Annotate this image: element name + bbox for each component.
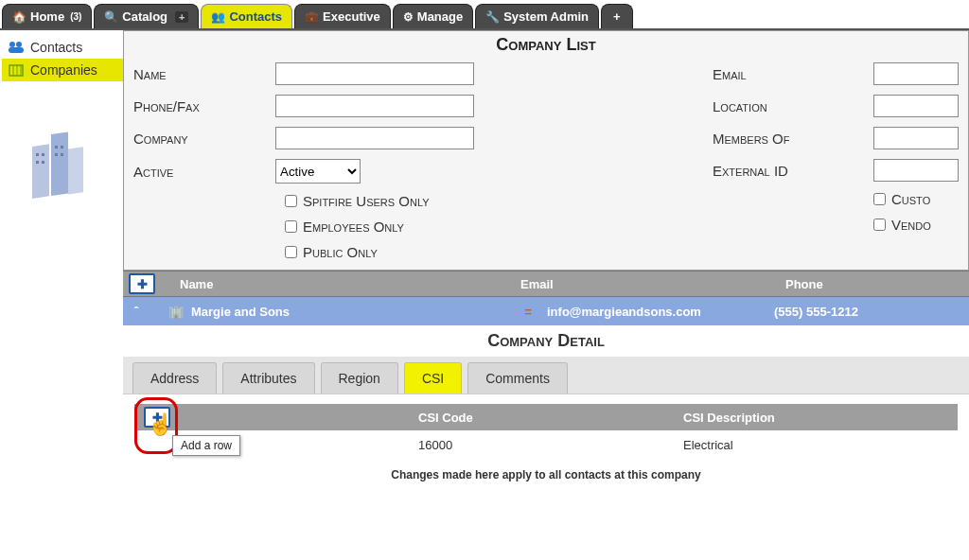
sidebar: Contacts Companies (0, 28, 123, 560)
col-header-email[interactable]: Email (520, 277, 785, 291)
svg-rect-11 (42, 153, 44, 156)
email-field[interactable] (873, 62, 959, 85)
add-company-button[interactable]: ✚ (129, 273, 155, 294)
tab-comments[interactable]: Comments (467, 362, 568, 394)
building-icon: 🏢 (168, 305, 184, 319)
employees-checkbox[interactable] (285, 220, 297, 233)
svg-rect-17 (61, 153, 63, 156)
label-externalid: External ID (713, 163, 873, 179)
tab-contacts[interactable]: 👥 Contacts (201, 4, 292, 28)
col-header-csi-desc[interactable]: CSI Description (683, 411, 958, 425)
tab-home[interactable]: 🏠 Home (3) (2, 4, 92, 28)
phonefax-field[interactable] (275, 95, 474, 117)
tab-csi[interactable]: CSI (404, 362, 462, 394)
label-phonefax: Phone/Fax (133, 98, 275, 114)
plus-icon: + (613, 9, 621, 24)
location-field[interactable] (873, 95, 959, 117)
company-row-phone: (555) 555-1212 (774, 305, 969, 319)
col-header-name[interactable]: Name (161, 277, 520, 291)
tab-sysadmin-label: System Admin (503, 9, 589, 24)
spitfire-checkbox[interactable] (285, 195, 297, 207)
active-select[interactable]: Active (275, 159, 361, 184)
label-location: Location (713, 98, 873, 114)
tab-home-badge: (3) (70, 11, 81, 22)
tab-executive-label: Executive (323, 9, 380, 24)
company-row-name: Margie and Sons (191, 305, 290, 319)
gear-icon: ⚙ (403, 10, 414, 24)
tab-catalog-label: Catalog (122, 9, 167, 24)
label-name: Name (133, 66, 275, 82)
svg-rect-2 (9, 47, 24, 53)
company-detail-title: Company Detail (123, 325, 969, 357)
tab-manage-label: Manage (417, 9, 463, 24)
sidebar-item-contacts[interactable]: Contacts (2, 36, 123, 59)
col-header-csi-code[interactable]: CSI Code (418, 411, 683, 425)
svg-rect-15 (61, 146, 63, 149)
company-row[interactable]: ˆ 🏢 Margie and Sons = info@margieandsons… (123, 297, 969, 325)
label-company: Company (133, 131, 275, 147)
tab-contacts-label: Contacts (229, 9, 282, 24)
sidebar-companies-label: Companies (30, 62, 97, 78)
briefcase-icon: 💼 (305, 10, 319, 24)
building-icon (8, 62, 25, 78)
search-icon: 🔍 (104, 10, 118, 24)
catalog-add-icon[interactable]: + (175, 11, 188, 23)
equals-icon: = (509, 305, 547, 319)
add-row-tooltip: Add a row (172, 435, 240, 456)
csi-row-code: 16000 (418, 438, 683, 452)
home-icon: 🏠 (12, 10, 26, 24)
public-checkbox[interactable] (285, 246, 297, 258)
wrench-icon: 🔧 (485, 10, 500, 24)
employees-label: Employees Only (303, 219, 404, 235)
buildings-illustration (25, 119, 123, 207)
svg-rect-10 (36, 153, 39, 156)
csi-row[interactable]: 16000 Electrical (134, 430, 958, 459)
vendo-checkbox[interactable] (873, 219, 886, 231)
vendo-label: Vendo (891, 217, 931, 233)
svg-rect-12 (36, 161, 39, 164)
col-header-phone[interactable]: Phone (785, 277, 969, 291)
svg-rect-9 (68, 147, 83, 194)
top-tabs: 🏠 Home (3) 🔍 Catalog + 👥 Contacts 💼 Exec… (0, 0, 969, 28)
sidebar-item-companies[interactable]: Companies (2, 59, 123, 81)
tab-home-label: Home (30, 9, 64, 24)
label-active: Active (133, 164, 275, 180)
sidebar-contacts-label: Contacts (30, 40, 82, 55)
externalid-field[interactable] (873, 159, 959, 182)
csi-row-desc: Electrical (683, 438, 958, 452)
spitfire-label: Spitfire Users Only (303, 193, 430, 209)
public-label: Public Only (303, 244, 378, 260)
company-field[interactable] (275, 127, 474, 149)
custo-checkbox[interactable] (873, 193, 886, 205)
svg-rect-16 (55, 153, 58, 156)
membersof-field[interactable] (873, 127, 959, 149)
tab-add[interactable]: + (601, 4, 633, 28)
company-list-title: Company List (124, 31, 968, 57)
tab-system-admin[interactable]: 🔧 System Admin (475, 4, 599, 28)
csi-grid-header: ✚ ☝ Add a row CSI Code CSI Description (134, 404, 958, 430)
people-icon: 👥 (211, 10, 225, 24)
svg-point-0 (9, 42, 15, 47)
svg-rect-14 (55, 146, 58, 149)
name-field[interactable] (275, 62, 474, 85)
collapse-icon[interactable]: ˆ (123, 305, 150, 319)
tab-address[interactable]: Address (132, 362, 217, 394)
svg-rect-7 (32, 144, 49, 199)
tab-attributes[interactable]: Attributes (222, 362, 314, 394)
company-row-email: info@margieandsons.com (547, 305, 774, 319)
cursor-pointer-icon: ☝ (148, 412, 173, 437)
people-icon (8, 40, 25, 55)
company-list-header: ✚ Name Email Phone (123, 271, 969, 297)
label-membersof: Members Of (713, 131, 873, 147)
custo-label: Custo (891, 191, 930, 207)
svg-rect-13 (42, 161, 44, 164)
label-email: Email (713, 66, 873, 82)
svg-point-1 (16, 42, 22, 47)
tab-catalog[interactable]: 🔍 Catalog + (94, 4, 199, 28)
tab-manage[interactable]: ⚙ Manage (393, 4, 473, 28)
tab-executive[interactable]: 💼 Executive (294, 4, 391, 28)
detail-tabs: Address Attributes Region CSI Comments (123, 357, 969, 394)
tab-region[interactable]: Region (321, 362, 398, 394)
detail-note: Changes made here apply to all contacts … (134, 459, 958, 491)
company-list-panel: Company List Name Phone/Fax Company Acti… (123, 30, 969, 271)
